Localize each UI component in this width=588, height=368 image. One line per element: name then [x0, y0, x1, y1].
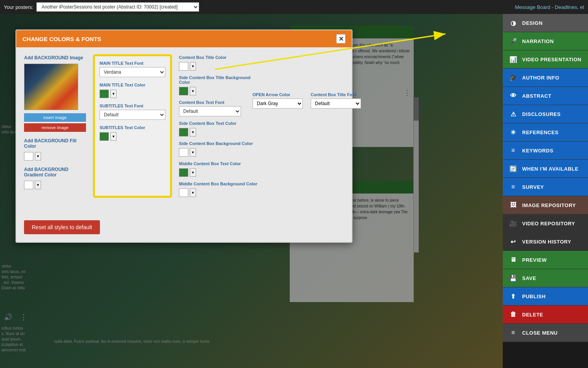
main-title-color-swatch: [100, 90, 109, 98]
middle-content-bg-dropdown[interactable]: ▼: [190, 188, 196, 197]
main-title-font-label: MAIN TITLE Text Font: [100, 61, 165, 66]
fill-color-swatch: [24, 152, 33, 161]
remove-image-button[interactable]: remove image: [24, 123, 86, 132]
right-fields-grid: Content Box Title Color ▼ Side Content B…: [179, 55, 344, 197]
content-box-title-color-group: Content Box Title Color ▼: [179, 55, 258, 71]
subtitles-color-label: SUBTITLES Text Color: [100, 125, 165, 130]
sidebar-item-disclosures[interactable]: ⚠ DISCLOSURES: [503, 105, 588, 123]
middle-content-text-color-dropdown[interactable]: ▼: [190, 168, 196, 177]
sidebar-item-narration[interactable]: 🎤 NARRATION: [503, 32, 588, 50]
middle-content-text-color-label: Middle Content Box Text Color: [179, 161, 258, 166]
modal-middle-column: MAIN TITLE Text Font Verdana Arial Times…: [94, 55, 171, 197]
narration-icon: 🎤: [509, 37, 518, 45]
sidebar-item-publish[interactable]: ⬆ PUBLISH: [503, 287, 588, 306]
message-board-link[interactable]: Message Board - Deadlines, et: [515, 4, 584, 10]
side-content-text-color-row: ▼: [179, 128, 258, 136]
sidebar-item-video-repository[interactable]: 🎥 VIDEO REPOSITORY: [503, 214, 588, 233]
side-content-text-color-group: Side Content Box Text Color ▼: [179, 121, 258, 136]
open-arrow-label: OPEN Arrow Color: [253, 92, 303, 97]
version-history-icon: ↩: [509, 237, 518, 246]
content-area: cteturortis lacus, no cteturortis lacus,…: [0, 14, 503, 368]
content-box-text-font-group: Content Box Text Font Default Verdana Ar…: [179, 100, 258, 116]
middle-content-text-color-row: ▼: [179, 168, 258, 177]
poster-select[interactable]: Another iPosterSessions test poster (Abs…: [36, 2, 199, 12]
references-icon: ✳: [509, 128, 518, 136]
middle-content-bg-row: ▼: [179, 188, 258, 197]
content-box-text-font-select[interactable]: Default Verdana Arial: [179, 106, 241, 116]
sidebar-label-save: SAVE: [522, 275, 536, 281]
arrow-and-font-row: OPEN Arrow Color Dark Gray Light Gray Bl…: [253, 92, 361, 109]
keywords-icon: ≡: [509, 146, 518, 155]
sidebar-label-video-presentation: VIDEO PRESENTATION: [522, 57, 581, 62]
side-content-title-bg-dropdown[interactable]: ▼: [190, 87, 196, 95]
sidebar-label-disclosures: DISCLOSURES: [522, 111, 560, 117]
fill-color-dropdown[interactable]: ▼: [35, 152, 41, 161]
sidebar-item-keywords[interactable]: ≡ KEYWORDS: [503, 142, 588, 160]
fill-color-section: Add BACKGROUND Fill Color ▼: [24, 138, 86, 161]
abstract-icon: 👁: [509, 92, 518, 100]
reset-styles-button[interactable]: Reset all styles to default: [24, 220, 100, 234]
gradient-color-row: ▼: [24, 181, 86, 189]
video-repository-icon: 🎥: [509, 219, 518, 228]
video-presentation-icon: 📊: [509, 55, 518, 64]
bg-image-preview: [24, 64, 78, 110]
sidebar-item-abstract[interactable]: 👁 ABSTRACT: [503, 87, 588, 105]
middle-content-text-color-group: Middle Content Box Text Color ▼: [179, 161, 258, 177]
side-content-title-bg-group: Side Content Box Title Background Color …: [179, 75, 258, 95]
content-box-title-color-row: ▼: [179, 62, 258, 71]
sidebar-item-image-repository[interactable]: 🖼 IMAGE REPOSITORY: [503, 196, 588, 214]
sidebar-item-author-info[interactable]: 🎓 AUTHOR INFO: [503, 69, 588, 87]
sidebar-item-survey[interactable]: ≡ SURVEY: [503, 178, 588, 196]
side-content-title-bg-row: ▼: [179, 87, 258, 95]
side-content-bg-row: ▼: [179, 148, 258, 157]
top-bar: Your posters: Another iPosterSessions te…: [0, 0, 588, 14]
subtitles-color-dropdown[interactable]: ▼: [110, 132, 117, 141]
sidebar-item-references[interactable]: ✳ REFERENCES: [503, 123, 588, 142]
content-box-title-color-swatch: [179, 62, 188, 71]
sidebar-item-when-available[interactable]: 🔄 WHEN I'M AVAILABLE: [503, 160, 588, 178]
modal-close-button[interactable]: ✕: [336, 34, 346, 43]
side-content-bg-group: Side Content Box Background Color ▼: [179, 141, 258, 157]
side-content-title-bg-label: Side Content Box Title Background Color: [179, 75, 258, 85]
subtitles-font-group: SUBTITLES Text Font Default Verdana Aria…: [100, 104, 165, 120]
modal-header: CHANGE COLORS & FONTS ✕: [16, 30, 352, 47]
main-title-color-label: MAIN TITLE Text Color: [100, 83, 165, 87]
open-arrow-select[interactable]: Dark Gray Light Gray Black White: [253, 98, 303, 109]
modal-footer: Reset all styles to default: [16, 205, 352, 242]
sidebar-item-save[interactable]: 💾 SAVE: [503, 269, 588, 287]
sidebar-item-design[interactable]: ◑ DESIGN: [503, 14, 588, 32]
author-info-icon: 🎓: [509, 73, 518, 82]
main-title-color-row: ▼: [100, 90, 165, 98]
content-box-text-font-label: Content Box Text Font: [179, 100, 258, 105]
subtitles-font-select[interactable]: Default Verdana Arial Times New Roman Ge…: [100, 110, 165, 120]
open-arrow-group: OPEN Arrow Color Dark Gray Light Gray Bl…: [253, 92, 303, 109]
side-content-text-color-label: Side Content Box Text Color: [179, 121, 258, 126]
sidebar-item-preview[interactable]: 🖥 PREVIEW: [503, 251, 588, 269]
side-content-title-bg-swatch: [179, 87, 188, 95]
change-colors-fonts-modal: CHANGE COLORS & FONTS ✕ Add BACKGROUND I…: [15, 29, 352, 243]
content-box-title-font-select[interactable]: Default Verdana Arial: [311, 98, 361, 109]
side-content-bg-dropdown[interactable]: ▼: [190, 148, 196, 157]
main-title-color-dropdown[interactable]: ▼: [110, 90, 117, 98]
sidebar-item-version-history[interactable]: ↩ VERSION HISTORY: [503, 233, 588, 251]
when-available-icon: 🔄: [509, 164, 518, 173]
main-title-font-select[interactable]: Verdana Arial Times New Roman Georgia De…: [100, 67, 165, 77]
sidebar-item-video-presentation[interactable]: 📊 VIDEO PRESENTATION: [503, 50, 588, 69]
content-box-title-font-label: Content Box Title Font: [311, 92, 361, 97]
sidebar-item-delete[interactable]: 🗑 DELETE: [503, 306, 588, 324]
sidebar-label-image-repository: IMAGE REPOSITORY: [522, 202, 576, 208]
main-title-color-group: MAIN TITLE Text Color ▼: [100, 83, 165, 98]
gradient-color-swatch: [24, 181, 33, 189]
gradient-color-label: Add BACKGROUND Gradient Color: [24, 167, 86, 178]
sidebar: ◑ DESIGN 🎤 NARRATION 📊 VIDEO PRESENTATIO…: [503, 14, 588, 368]
content-box-title-color-dropdown[interactable]: ▼: [190, 62, 196, 71]
disclosures-icon: ⚠: [509, 110, 518, 118]
side-content-text-color-dropdown[interactable]: ▼: [190, 128, 196, 136]
publish-icon: ⬆: [509, 292, 518, 301]
insert-image-button[interactable]: insert image: [24, 113, 86, 122]
subtitles-color-swatch: [100, 132, 109, 141]
your-posters-label: Your posters:: [4, 4, 33, 10]
gradient-color-dropdown[interactable]: ▼: [35, 181, 41, 189]
subtitles-color-group: SUBTITLES Text Color ▼: [100, 125, 165, 141]
sidebar-item-close-menu[interactable]: ≡ CLOSE MENU: [503, 324, 588, 342]
